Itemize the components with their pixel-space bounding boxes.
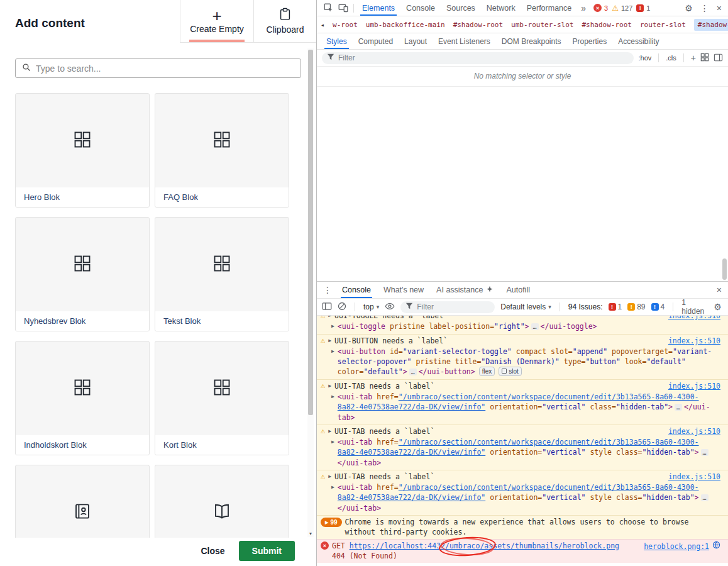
source-link[interactable]: index.js:510 [662,381,720,391]
eye-icon[interactable] [385,302,395,312]
console-token: "hidden-tab" [616,402,668,411]
breadcrumb-item[interactable]: #shadow-root [582,21,631,29]
request-url-link[interactable]: https://localhost:4432 [350,541,445,550]
breadcrumb-item-selected[interactable]: #shadow-root [694,19,728,31]
tab-console[interactable]: Console [400,0,441,16]
warning-icon: ⚠ [321,472,325,481]
dialog-scrollbar[interactable]: ▾ [307,48,314,537]
console-token: … [701,449,709,456]
breadcrumb-scroll-left-icon[interactable]: ◂ [321,21,324,28]
tab-properties[interactable]: Properties [567,33,613,49]
issues-warning-chip[interactable]: !89 [627,302,645,311]
inspect-icon[interactable] [321,2,336,14]
expand-icon[interactable]: ▶ [328,316,331,321]
content-card[interactable]: Tekst Blok [155,217,289,331]
computed-styles-icon[interactable] [700,53,709,63]
content-card[interactable]: Nyhedsbrev Blok [15,217,150,331]
tab-event-listeners[interactable]: Event Listeners [433,33,496,49]
breadcrumb-item[interactable]: umb-router-slot [511,21,573,29]
source-link[interactable]: index.js:510 [662,316,720,321]
tab-sources[interactable]: Sources [441,0,481,16]
expand-icon[interactable]: ▶ [331,392,334,402]
breadcrumb-item[interactable]: #shadow-root [453,21,503,29]
search-input[interactable] [36,64,294,74]
console-token: href= [372,438,399,447]
request-url-link[interactable]: ssets/thumbnails/heroblock.png [488,541,619,550]
tab-whats-new[interactable]: What's new [377,282,430,298]
expand-icon[interactable]: ▶ [328,472,331,482]
hov-toggle[interactable]: :hov [639,54,652,62]
console-token: orientation= [485,402,542,411]
content-card[interactable]: Indholdskort Blok [15,341,150,455]
kebab-icon[interactable]: ⋮ [697,4,713,13]
breadcrumb-item[interactable]: w-root [333,21,358,29]
breadcrumb-item[interactable]: router-slot [640,21,686,29]
expand-icon[interactable]: ▶ [331,482,334,492]
more-tabs-icon[interactable]: » [577,4,590,13]
breadcrumb-item[interactable]: umb-backoffice-main [366,21,445,29]
expand-icon[interactable]: ▶ [328,381,331,391]
tab-performance[interactable]: Performance [521,0,578,16]
error-count-badge[interactable]: × 3 [593,4,608,12]
hidden-messages-label[interactable]: 1 hidden [681,298,704,316]
styles-scrollbar-thumb[interactable] [722,258,727,280]
expand-icon[interactable]: ▶ [328,426,331,436]
open-resource-icon[interactable] [712,541,720,552]
source-link[interactable]: heroblock.png:1 [637,541,709,552]
console-prompt-row[interactable]: > [317,563,728,566]
tab-dom-breakpoints[interactable]: DOM Breakpoints [496,33,567,49]
gear-icon[interactable]: ⚙ [681,4,697,13]
content-card[interactable]: Hero Blok [15,93,150,208]
warning-count-badge[interactable]: ⚠ 127 [612,4,632,12]
expand-icon[interactable]: ▶ [331,437,334,447]
content-card[interactable]: Kort Blok [155,341,289,455]
console-filter-input[interactable] [417,302,490,311]
tab-accessibility[interactable]: Accessibility [612,33,665,49]
issues-count-badge[interactable]: ! 1 [636,4,650,12]
divider [673,302,673,311]
tab-styles[interactable]: Styles [321,33,353,49]
styles-filter-input[interactable] [338,53,629,62]
source-link[interactable]: index.js:510 [662,426,720,436]
log-levels-selector[interactable]: Default levels▾ [500,302,551,311]
tab-elements[interactable]: Elements [356,0,400,16]
tab-ai-assistance[interactable]: AI assistance [430,282,500,298]
kebab-icon[interactable]: ⋮ [319,286,336,294]
new-style-rule-button[interactable]: + [691,53,696,63]
warning-icon: ⚠ [321,316,325,320]
expand-icon[interactable]: ▶ [331,347,334,357]
expand-icon[interactable]: ▶ [328,336,331,346]
source-link[interactable]: index.js:510 [662,336,720,346]
cls-toggle[interactable]: .cls [666,54,676,62]
content-card[interactable] [155,465,289,538]
context-selector[interactable]: top▾ [363,302,379,311]
tab-create-empty[interactable]: + Create Empty [180,0,253,42]
error-icon: × [593,4,602,12]
content-card[interactable] [15,465,150,538]
device-toolbar-icon[interactable] [336,2,351,14]
tab-clipboard[interactable]: Clipboard [253,0,316,42]
issues-error-chip[interactable]: !1 [609,302,622,311]
close-icon[interactable]: × [713,4,725,13]
submit-button[interactable]: Submit [239,541,295,561]
scrollbar-down-arrow[interactable]: ▾ [307,531,314,537]
issues-label[interactable]: 94 Issues: [568,302,603,311]
expand-icon[interactable]: ▶ [331,321,334,331]
tab-layout[interactable]: Layout [399,33,433,49]
clear-console-icon[interactable] [338,302,346,313]
tab-console-drawer[interactable]: Console [336,282,377,298]
tab-network[interactable]: Network [481,0,521,16]
close-button[interactable]: Close [201,546,224,556]
funnel-icon [405,302,413,312]
issues-info-chip[interactable]: !4 [651,302,665,311]
dock-sidebar-icon[interactable] [714,53,723,63]
content-card[interactable]: FAQ Blok [155,93,289,208]
close-icon[interactable]: × [713,286,725,294]
tab-autofill[interactable]: Autofill [500,282,536,298]
gear-icon[interactable]: ⚙ [710,302,725,311]
source-link[interactable]: index.js:510 [662,472,720,482]
request-url-annotated[interactable]: /umbraco/a [445,541,488,551]
tab-computed[interactable]: Computed [353,33,399,49]
console-sidebar-icon[interactable] [322,302,332,313]
scrollbar-thumb[interactable] [308,50,313,415]
